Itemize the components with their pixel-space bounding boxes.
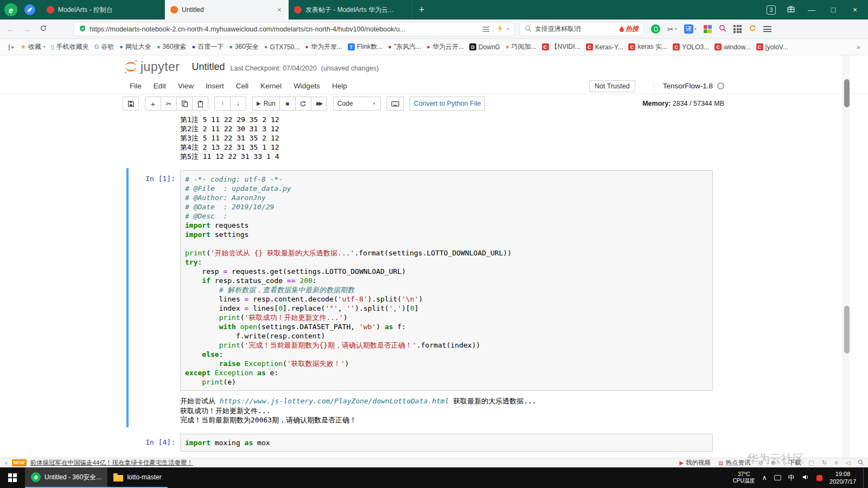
tab-forum-post[interactable]: 发表帖子 - ModelArts 华为云... [289, 0, 412, 20]
bookmark-item[interactable]: C YOLO3... [670, 42, 712, 53]
hot-news-link[interactable]: ▤热点资讯 [718, 459, 750, 467]
tab-untitled-notebook[interactable]: Untitled × [165, 0, 289, 20]
taskbar-app-folder[interactable]: lotto-master [107, 467, 167, 488]
taskbar-app-browser[interactable]: e Untitled - 360安全... [25, 467, 107, 488]
screenshot-tool[interactable]: ✂▾ [667, 25, 677, 34]
zoom-icon[interactable] [858, 459, 864, 466]
code-editor[interactable]: # -*- coding: utf-8 -*-# @File : update_… [180, 170, 713, 391]
menu-item[interactable]: Help [327, 80, 352, 92]
skin-gift-icon[interactable] [787, 4, 795, 15]
restart-run-all-button[interactable]: ▶▶ [311, 97, 327, 111]
menu-item[interactable]: Cell [231, 80, 253, 92]
list-icon[interactable]: ≡ [834, 460, 838, 466]
scrollbar-thumb[interactable] [844, 306, 850, 354]
taskbar-clock[interactable]: 19:08 2020/7/17 [829, 470, 856, 486]
notebook-area[interactable]: 第1注 5 11 22 29 35 2 12第2注 2 11 22 30 31 … [0, 113, 868, 458]
cpu-temp-widget[interactable]: 37°C CPU温度 [733, 471, 755, 485]
bookmark-item[interactable]: ★ 收藏 ▾ [18, 41, 48, 53]
start-button[interactable] [0, 467, 25, 488]
menu-item[interactable]: Insert [201, 80, 229, 92]
reader-mode-icon[interactable] [483, 27, 489, 32]
maximize-button[interactable]: □ [828, 5, 839, 14]
restart-kernel-button[interactable] [295, 97, 311, 111]
code-editor[interactable]: import moxing as mox [180, 434, 713, 452]
news-headline-link[interactable]: 前体操冠军在中国骗走44亿！现在拿绿卡住豪宅生活奢靡！ [30, 459, 193, 467]
copy-cell-button[interactable] [176, 97, 193, 111]
menu-item[interactable]: Edit [149, 80, 171, 92]
save-button[interactable] [123, 97, 139, 111]
my-videos-link[interactable]: ▶我的视频 [679, 459, 711, 467]
menu-item[interactable]: File [125, 80, 146, 92]
apps-grid-icon[interactable] [733, 25, 742, 33]
browser-360-logo-icon[interactable]: e [4, 3, 17, 16]
back-icon[interactable]: ← [5, 24, 16, 34]
scrollbar-track[interactable] [843, 55, 850, 458]
menu-item[interactable]: Kernel [256, 80, 286, 92]
scrollbar-thumb[interactable] [844, 79, 850, 107]
360-safety-tray-icon[interactable] [816, 475, 822, 481]
bookmarks-overflow-icon[interactable]: » [852, 43, 865, 51]
navigator-compass-icon[interactable] [24, 4, 36, 16]
add-cell-button[interactable]: + [145, 97, 161, 111]
notebook-title[interactable]: Untitled [192, 61, 225, 73]
image-search-icon[interactable] [719, 24, 726, 34]
forward-icon[interactable]: → [22, 24, 33, 34]
tray-expand-icon[interactable]: ∧ [762, 474, 767, 481]
ime-indicator[interactable]: 中 [788, 473, 795, 483]
interrupt-kernel-button[interactable]: ■ [279, 97, 296, 111]
window-icon[interactable]: ▢ [808, 460, 814, 466]
url-field[interactable]: https://modelarts-notebook-2.cn-north-4.… [74, 22, 514, 36]
close-button[interactable]: × [850, 5, 860, 14]
bookmark-item[interactable]: ● "东风汽... [385, 41, 424, 53]
volume-icon[interactable] [802, 473, 809, 483]
menu-item[interactable]: Widgets [289, 80, 325, 92]
tab-close-icon[interactable]: × [276, 5, 283, 14]
bookmark-item[interactable]: ● 网址大全 [117, 41, 154, 53]
collapse-news-icon[interactable]: ∨ [4, 460, 8, 466]
translate-tool[interactable]: 译▾ [684, 24, 697, 34]
mobile-connect-icon[interactable] [651, 24, 660, 34]
bookmark-item[interactable]: ● 华为云开... [424, 41, 467, 53]
speed-mode-lightning-icon[interactable] [497, 24, 503, 34]
pin-icon[interactable]: ⊙ [758, 460, 763, 466]
tab-modelarts-console[interactable]: ModelArts - 控制台 [41, 0, 165, 20]
hot-search-tag[interactable]: 热搜 [615, 24, 639, 34]
bookmark-item[interactable]: ▯ 手机收藏夹 [48, 41, 92, 53]
jupyter-logo[interactable]: jupyter [123, 59, 180, 74]
bookmark-item[interactable]: C keras 实... [626, 41, 670, 53]
plugins-icon[interactable] [704, 25, 712, 34]
menu-item[interactable]: View [173, 80, 199, 92]
paste-cell-button[interactable] [192, 97, 208, 111]
addon-icon[interactable]: ⊕ [771, 460, 776, 466]
bookmark-item[interactable]: C 【NVIDI... [539, 41, 583, 53]
bookmark-item[interactable]: ● GTX750... [261, 42, 302, 53]
bookmark-item[interactable]: ● 360安全 [226, 41, 261, 53]
bookmark-item[interactable]: ● 百度一下 [189, 41, 227, 53]
bookmark-item[interactable]: T Flink数... [345, 41, 385, 53]
cut-cell-button[interactable]: ✂ [161, 97, 177, 111]
caret-down-icon[interactable]: ▾ [507, 27, 509, 31]
not-trusted-button[interactable]: Not Trusted [589, 80, 635, 92]
run-button[interactable]: ▶Run [252, 97, 280, 111]
code-cell-2[interactable]: In [4]: import moxing as mox [124, 434, 713, 452]
bookmark-item[interactable]: G 谷歌 [92, 41, 117, 53]
tab-count-badge[interactable]: 3 [767, 5, 776, 15]
cell-type-dropdown[interactable]: Code▼ [333, 97, 381, 111]
code-cell-1[interactable]: In [1]: # -*- coding: utf-8 -*-# @File :… [124, 170, 713, 425]
command-palette-button[interactable] [387, 97, 404, 111]
minimize-button[interactable]: — [806, 5, 817, 14]
menu-icon[interactable] [763, 26, 771, 32]
download-manager-link[interactable]: ↓下载 [783, 459, 801, 467]
bookmark-item[interactable]: D DownG [467, 42, 503, 53]
reload-icon[interactable] [38, 24, 49, 34]
favorites-panel-icon[interactable]: ❙▸ [3, 43, 18, 50]
refresh-icon[interactable]: ↻ [822, 460, 827, 466]
bookmark-item[interactable]: ● 华为开发... [302, 41, 345, 53]
move-cell-down-button[interactable]: ↓ [230, 97, 246, 111]
bookmark-item[interactable]: ● 360搜索 [154, 41, 189, 53]
move-cell-up-button[interactable]: ↑ [214, 97, 231, 111]
site-safety-icon[interactable] [79, 24, 86, 34]
browser-search-box[interactable]: 女排亚洲杯取消 热搜 [520, 22, 643, 36]
convert-to-python-button[interactable]: Convert to Python File [410, 97, 486, 111]
bookmark-item[interactable]: C [yoloV... [754, 42, 791, 53]
